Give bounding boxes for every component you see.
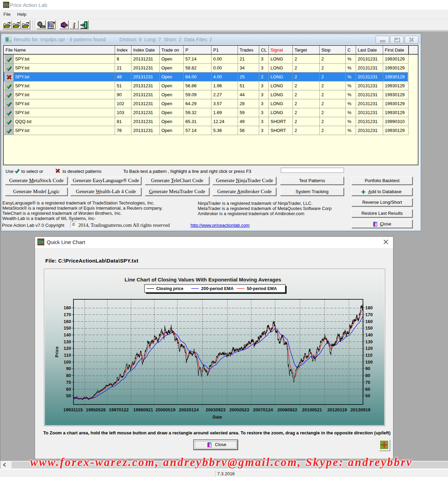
svg-text:20130919: 20130919 <box>351 407 370 412</box>
svg-text:170: 170 <box>365 312 373 317</box>
svg-text:180: 180 <box>64 305 71 310</box>
svg-text:130: 130 <box>365 339 373 344</box>
svg-text:19980921: 19980921 <box>133 407 153 412</box>
svg-text:130: 130 <box>64 339 71 344</box>
svg-text:20080922: 20080922 <box>277 407 297 412</box>
svg-text:50: 50 <box>365 393 370 398</box>
svg-text:110: 110 <box>64 353 71 358</box>
svg-text:80: 80 <box>66 373 71 378</box>
svg-text:i: i <box>73 21 75 30</box>
svg-text:90: 90 <box>66 366 71 371</box>
svg-text:150: 150 <box>365 325 373 331</box>
svg-text:100: 100 <box>64 359 71 365</box>
svg-text:19970122: 19970122 <box>109 407 129 412</box>
svg-text:?: ? <box>63 22 65 27</box>
svg-text:19950526: 19950526 <box>86 407 106 412</box>
svg-text:Closing price: Closing price <box>156 286 183 291</box>
svg-text:170: 170 <box>64 312 71 317</box>
svg-text:200-period EMA: 200-period EMA <box>201 286 233 291</box>
svg-text:120: 120 <box>365 346 373 351</box>
svg-text:Line Chart of Closing Values W: Line Chart of Closing Values With Expone… <box>125 277 281 282</box>
svg-text:19931115: 19931115 <box>64 407 83 412</box>
svg-text:50: 50 <box>66 393 71 398</box>
svg-text:110: 110 <box>365 353 372 358</box>
svg-text:140: 140 <box>365 332 373 337</box>
svg-text:60: 60 <box>66 387 71 392</box>
svg-text:20030923: 20030923 <box>206 407 226 412</box>
svg-text:Price: Price <box>54 346 59 357</box>
svg-text:20070124: 20070124 <box>253 407 273 412</box>
svg-text:20000519: 20000519 <box>156 407 175 412</box>
svg-text:70: 70 <box>66 380 71 385</box>
svg-text:90: 90 <box>365 366 370 371</box>
svg-text:160: 160 <box>64 319 71 324</box>
svg-text:70: 70 <box>365 380 370 385</box>
svg-text:150: 150 <box>64 325 71 331</box>
svg-text:100: 100 <box>365 359 373 365</box>
svg-text:160: 160 <box>365 319 373 324</box>
svg-text:20050523: 20050523 <box>229 407 249 412</box>
svg-text:180: 180 <box>365 305 373 310</box>
svg-text:Date: Date <box>212 414 222 420</box>
svg-text:20020124: 20020124 <box>179 407 199 412</box>
svg-text:60: 60 <box>365 387 370 392</box>
svg-text:50-period EMA: 50-period EMA <box>247 286 277 291</box>
svg-text:120: 120 <box>64 346 71 351</box>
svg-text:80: 80 <box>365 373 370 378</box>
svg-text:20120119: 20120119 <box>327 407 347 412</box>
svg-text:140: 140 <box>64 332 71 337</box>
svg-text:20100521: 20100521 <box>302 407 322 412</box>
